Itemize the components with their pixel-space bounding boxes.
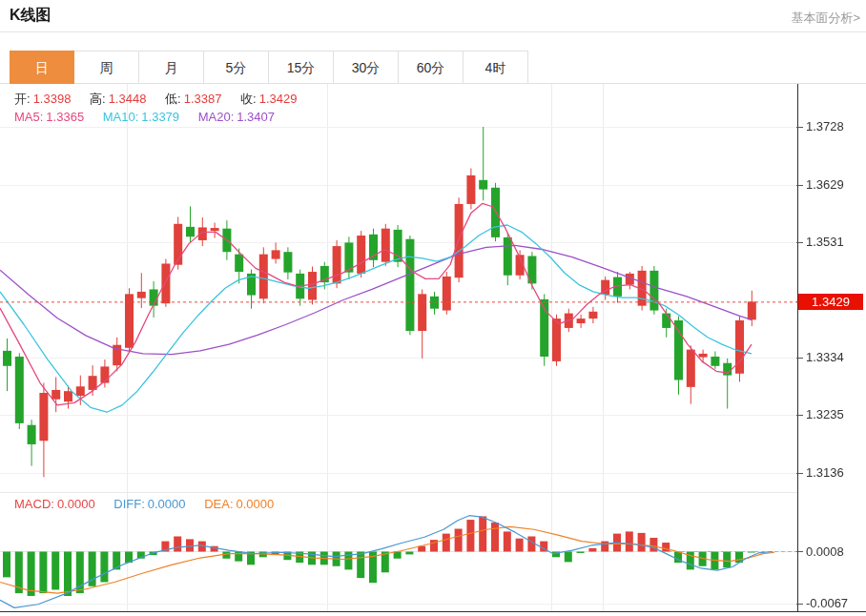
current-price-badge: 1.3429 — [798, 294, 863, 310]
ma5-label: MA5: — [14, 110, 43, 124]
tab-period-2[interactable]: 月 — [139, 51, 204, 84]
tab-period-4[interactable]: 15分 — [269, 51, 334, 84]
high-value: 1.3448 — [109, 92, 147, 106]
title-divider — [0, 31, 866, 32]
tab-period-5[interactable]: 30分 — [334, 51, 399, 84]
tab-period-7[interactable]: 4时 — [464, 51, 528, 84]
ma10-label: MA10: — [103, 110, 139, 124]
macd-label: MACD: — [14, 497, 54, 511]
macd-readout: MACD:0.0000 DIFF:0.0000 DEA:0.0000 — [14, 497, 277, 511]
ma10-value: 1.3379 — [141, 110, 179, 124]
price-axis-label: 1.3728 — [806, 119, 844, 133]
price-axis-label: 1.3334 — [806, 350, 844, 364]
tab-period-3[interactable]: 5分 — [204, 51, 269, 84]
macd-axis-label: -0.0067 — [806, 596, 848, 610]
page-title: K线图 — [10, 6, 52, 26]
price-axis-label: 1.3136 — [806, 465, 844, 480]
fundamental-analysis-link[interactable]: 基本面分析> — [791, 10, 860, 27]
ma20-value: 1.3407 — [237, 110, 275, 124]
close-value: 1.3429 — [259, 92, 298, 106]
tab-period-1[interactable]: 周 — [74, 51, 139, 84]
price-axis-label: 1.3531 — [806, 235, 844, 249]
macd-value: 0.0000 — [57, 497, 95, 511]
tab-period-0[interactable]: 日 — [10, 51, 74, 84]
ohlc-readout: 开:1.3398 高:1.3448 低:1.3387 收:1.3429 — [14, 91, 299, 108]
macd-axis-label: 0.0008 — [806, 544, 844, 559]
dea-value: 0.0000 — [237, 497, 275, 511]
diff-value: 0.0000 — [148, 497, 186, 511]
period-tabbar: 日周月5分15分30分60分4时 — [10, 51, 528, 84]
low-label: 低: — [165, 92, 181, 106]
close-label: 收: — [240, 92, 257, 106]
open-label: 开: — [14, 92, 31, 106]
ma5-value: 1.3365 — [46, 110, 84, 124]
open-value: 1.3398 — [33, 92, 72, 106]
ma20-label: MA20: — [198, 110, 235, 124]
tab-period-6[interactable]: 60分 — [399, 51, 464, 84]
price-axis-label: 1.3629 — [806, 177, 844, 192]
price-axis-label: 1.3235 — [806, 407, 844, 421]
dea-label: DEA: — [204, 497, 233, 511]
low-value: 1.3387 — [184, 92, 222, 106]
kline-page: K线图 基本面分析> 日周月5分15分30分60分4时 开:1.3398 高:1… — [0, 0, 866, 616]
high-label: 高: — [90, 92, 106, 106]
diff-label: DIFF: — [113, 497, 145, 511]
ma-readout: MA5:1.3365 MA10:1.3379 MA20:1.3407 — [14, 110, 278, 124]
